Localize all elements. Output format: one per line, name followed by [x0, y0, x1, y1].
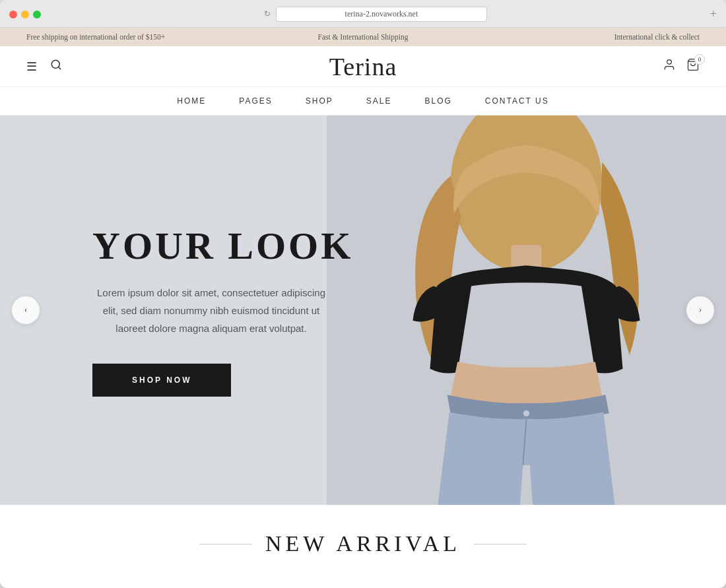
nav-item-home[interactable]: HOME	[177, 96, 206, 106]
nav-item-blog[interactable]: BLOG	[424, 96, 451, 106]
traffic-light-green[interactable]	[33, 11, 41, 18]
cart-icon[interactable]: 0	[686, 58, 700, 75]
announcement-center: Fast & International Shipping	[251, 33, 475, 41]
address-input[interactable]: terina-2.novaworks.net	[276, 7, 487, 22]
announcement-left: Free shipping on international order of …	[26, 33, 251, 41]
search-icon[interactable]	[50, 59, 62, 74]
browser-window: ↻ terina-2.novaworks.net + Free shipping…	[0, 0, 726, 588]
new-arrival-section: NEW ARRIVAL	[0, 505, 726, 570]
refresh-icon[interactable]: ↻	[264, 9, 271, 19]
browser-address-bar: ↻ terina-2.novaworks.net	[48, 7, 704, 22]
new-tab-button[interactable]: +	[710, 7, 717, 21]
browser-chrome: ↻ terina-2.novaworks.net +	[0, 0, 726, 28]
nav-item-shop[interactable]: SHOP	[306, 96, 333, 106]
svg-line-1	[58, 67, 60, 69]
nav-item-sale[interactable]: SALE	[366, 96, 392, 106]
traffic-lights	[9, 11, 41, 18]
traffic-light-yellow[interactable]	[21, 11, 29, 18]
announcement-bar: Free shipping on international order of …	[0, 28, 726, 46]
nav-item-pages[interactable]: PAGES	[239, 96, 272, 106]
svg-point-8	[523, 410, 529, 416]
slider-prev-button[interactable]: ‹	[12, 296, 40, 324]
nav-item-contact[interactable]: CONTACT US	[485, 96, 549, 106]
hero-slider: YOUR LOOK Lorem ipsum dolor sit amet, co…	[0, 115, 726, 505]
cart-count-badge: 0	[694, 54, 705, 65]
hero-description: Lorem ipsum dolor sit amet, consectetuer…	[92, 284, 330, 337]
chevron-left-icon: ‹	[24, 305, 28, 315]
new-arrival-title: NEW ARRIVAL	[265, 531, 461, 556]
svg-point-2	[667, 60, 672, 65]
header-left: ☰	[26, 59, 62, 74]
hero-cta-button[interactable]: SHOP NOW	[92, 364, 231, 397]
header-right: 0	[663, 58, 700, 75]
hero-content: YOUR LOOK Lorem ipsum dolor sit amet, co…	[0, 115, 378, 505]
slider-next-button[interactable]: ›	[686, 296, 714, 324]
chevron-right-icon: ›	[699, 305, 702, 315]
announcement-right: International click & collect	[475, 33, 700, 41]
user-icon[interactable]	[663, 58, 676, 75]
site-header: ☰ Terina	[0, 46, 726, 87]
hero-image-area	[327, 115, 726, 505]
site-nav: HOME PAGES SHOP SALE BLOG CONTACT US	[0, 87, 726, 115]
hamburger-icon[interactable]: ☰	[26, 59, 37, 74]
hero-title: YOUR LOOK	[92, 224, 378, 268]
site-logo[interactable]: Terina	[329, 52, 397, 81]
traffic-light-red[interactable]	[9, 11, 17, 18]
site-wrapper: Free shipping on international order of …	[0, 28, 726, 570]
